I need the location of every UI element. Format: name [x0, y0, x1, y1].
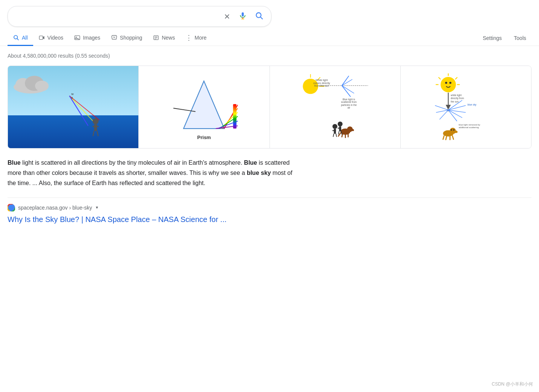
tab-videos-label: Videos: [47, 35, 64, 41]
tab-images[interactable]: Images: [69, 31, 106, 46]
svg-line-65: [336, 133, 337, 136]
nav-tabs: All Videos Images Shopping: [0, 27, 539, 46]
svg-point-61: [332, 124, 337, 129]
image-strip-item-4[interactable]: white light directly from the sun blue s…: [401, 66, 531, 148]
source-path: blue-sky: [72, 205, 92, 211]
svg-line-98: [435, 105, 448, 110]
light-beams: te it: [8, 66, 138, 148]
svg-point-106: [451, 129, 452, 130]
source-link: spaceplace.nasa.gov › blue-sky ▼: [0, 201, 539, 213]
videos-icon: [38, 34, 45, 41]
svg-line-52: [342, 86, 354, 93]
svg-line-53: [342, 86, 351, 97]
images-icon: [74, 34, 81, 41]
search-button[interactable]: [254, 10, 265, 23]
svg-rect-44: [233, 104, 237, 129]
divider: [8, 198, 531, 198]
tab-shopping[interactable]: Shopping: [106, 31, 147, 46]
svg-point-10: [76, 37, 77, 38]
clear-button[interactable]: ✕: [222, 11, 232, 23]
svg-text:from the sun: from the sun: [314, 84, 329, 87]
svg-point-105: [453, 129, 455, 130]
x-icon: ✕: [224, 12, 230, 21]
svg-line-108: [446, 136, 447, 139]
svg-point-78: [441, 77, 456, 92]
svg-text:additional scattering: additional scattering: [459, 126, 479, 129]
news-icon: [153, 34, 159, 41]
svg-rect-0: [242, 12, 244, 17]
svg-line-21: [69, 96, 88, 126]
svg-line-92: [449, 105, 466, 110]
svg-point-79: [445, 81, 447, 84]
svg-line-84: [439, 77, 441, 79]
diagram1: te it: [8, 66, 138, 148]
svg-text:directly from: directly from: [451, 97, 464, 100]
svg-rect-7: [39, 36, 43, 39]
svg-point-22: [93, 118, 99, 124]
result-title-link[interactable]: Why Is the Sky Blue? | NASA Space Place …: [8, 215, 227, 224]
svg-line-51: [342, 79, 352, 86]
tab-shopping-label: Shopping: [120, 35, 142, 41]
image-strip: te it Red Orange Yellow: [8, 66, 531, 149]
svg-text:the sun: the sun: [451, 100, 459, 103]
settings-button[interactable]: Settings: [478, 31, 507, 45]
svg-text:blue light removed by: blue light removed by: [459, 123, 480, 126]
image-strip-item-1[interactable]: te it: [8, 66, 139, 148]
svg-line-20: [69, 96, 99, 120]
image-strip-item-2[interactable]: Red Orange Yellow Green Blue Violet: [139, 66, 270, 148]
source-path-arrow: ›: [69, 205, 72, 211]
svg-line-50: [342, 76, 349, 86]
diagram3: White light comes directly from the sun …: [270, 66, 400, 148]
all-search-icon: [13, 34, 20, 41]
search-input[interactable]: why is the sky blue: [14, 12, 216, 20]
svg-line-4: [260, 17, 262, 19]
voice-search-button[interactable]: [237, 10, 248, 23]
mic-icon: [239, 12, 247, 21]
svg-rect-74: [339, 126, 341, 131]
svg-line-76: [338, 131, 339, 134]
svg-line-25: [93, 131, 94, 136]
source-favicon: [8, 204, 15, 211]
tab-all[interactable]: All: [8, 31, 33, 46]
svg-line-110: [453, 136, 454, 139]
tab-images-label: Images: [83, 35, 100, 41]
source-url: spaceplace.nasa.gov › blue-sky: [18, 205, 92, 211]
search-magnifier-icon: [255, 12, 263, 21]
tab-more-label: More: [194, 35, 207, 41]
svg-line-64: [333, 133, 334, 136]
prism-label: Prism: [197, 135, 211, 140]
tab-videos[interactable]: Videos: [33, 31, 69, 46]
image-strip-item-3[interactable]: White light comes directly from the sun …: [270, 66, 401, 148]
diagram4: white light directly from the sun blue s…: [401, 66, 531, 148]
svg-rect-23: [94, 124, 97, 131]
tab-news[interactable]: News: [147, 31, 180, 46]
tab-all-label: All: [22, 35, 28, 41]
results-count: About 4,580,000,000 results (0.55 second…: [0, 46, 539, 63]
search-box: why is the sky blue ✕: [8, 6, 271, 27]
diagram2: Red Orange Yellow Green Blue Violet: [139, 66, 269, 148]
svg-line-26: [97, 131, 98, 136]
tab-more[interactable]: ⋮ More: [180, 31, 212, 46]
snippet-bold-blue-2: Blue: [244, 159, 257, 166]
shopping-icon: [111, 34, 118, 41]
tab-news-label: News: [162, 35, 175, 41]
snippet-bold-blue-sky: blue sky: [247, 170, 271, 176]
snippet-text: Blue light is scattered in all direction…: [0, 155, 302, 194]
svg-line-6: [17, 38, 18, 40]
svg-text:te: te: [71, 92, 74, 96]
svg-marker-30: [184, 81, 224, 129]
svg-rect-62: [334, 129, 336, 133]
snippet-bold-blue-1: Blue: [8, 159, 21, 166]
svg-point-80: [449, 81, 452, 84]
nav-settings-area: Settings Tools: [478, 31, 531, 45]
svg-point-73: [338, 121, 343, 126]
svg-text:blue sky: blue sky: [468, 103, 477, 106]
source-dropdown-arrow[interactable]: ▼: [95, 205, 99, 210]
search-icons: ✕: [222, 10, 265, 23]
tools-button[interactable]: Tools: [508, 31, 531, 45]
more-dots-icon: ⋮: [185, 34, 192, 41]
svg-line-19: [69, 96, 95, 124]
svg-line-95: [449, 110, 457, 121]
svg-text:scattered from: scattered from: [341, 101, 357, 103]
svg-text:white light: white light: [450, 93, 462, 96]
